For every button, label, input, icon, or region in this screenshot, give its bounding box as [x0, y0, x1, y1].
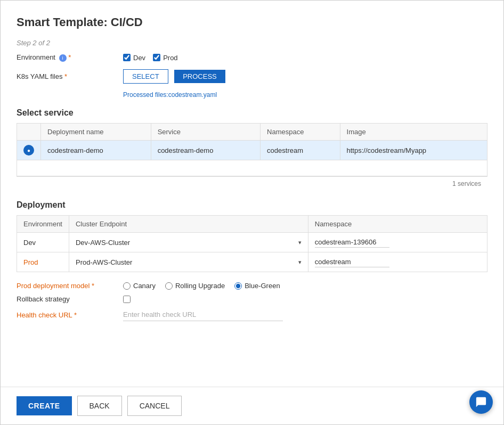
empty-row	[17, 160, 487, 176]
rollback-row: Rollback strategy	[17, 295, 487, 303]
select-service-title: Select service	[17, 108, 487, 118]
prod-deployment-model-row: Prod deployment model * Canary Rolling U…	[17, 282, 487, 290]
dep-col-ns-header: Namespace	[308, 216, 487, 233]
environment-checkboxes: Dev Prod	[123, 54, 178, 62]
health-check-row: Health check URL *	[17, 308, 487, 321]
row-radio: ●	[17, 141, 41, 160]
deployment-title: Deployment	[17, 200, 487, 210]
env-dev-checkbox[interactable]: Dev	[123, 54, 145, 62]
radio-bluegreen[interactable]: Blue-Green	[234, 282, 280, 290]
health-check-label: Health check URL *	[17, 311, 123, 319]
chevron-down-icon: ▾	[298, 239, 302, 246]
rollback-label: Rollback strategy	[17, 295, 123, 303]
modal-body: Smart Template: CI/CD Step 2 of 2 Enviro…	[1, 1, 503, 387]
k8s-buttons: SELECT PROCESS	[123, 69, 225, 84]
dep-ns-dev-input[interactable]	[315, 237, 389, 248]
col-image-header: Image	[340, 124, 487, 141]
rollback-checkbox[interactable]	[123, 296, 131, 303]
step-label: Step 2 of 2	[17, 39, 487, 47]
dep-col-cluster-header: Cluster Endpoint	[69, 216, 308, 233]
k8s-yaml-row: K8s YAML files * SELECT PROCESS	[17, 69, 487, 84]
modal-footer: CREATE BACK CANCEL	[1, 387, 503, 424]
chat-icon	[475, 396, 487, 408]
create-button[interactable]: CREATE	[17, 396, 72, 415]
dep-env-dev: Dev	[17, 233, 69, 252]
col-radio-header	[17, 124, 41, 141]
processed-files-text: Processed files:codestream.yaml	[123, 91, 487, 99]
col-deployment-header: Deployment name	[41, 124, 151, 141]
modal-container: Smart Template: CI/CD Step 2 of 2 Enviro…	[0, 0, 504, 425]
environment-label: Environment i *	[17, 53, 123, 62]
service-table: Deployment name Service Namespace Image	[17, 123, 487, 176]
health-check-input[interactable]	[123, 308, 283, 321]
row-deployment-name: codestream-demo	[41, 141, 151, 160]
dep-cluster-prod-value: Prod-AWS-Cluster	[76, 258, 132, 266]
prod-deployment-radio-group: Canary Rolling Upgrade Blue-Green	[123, 282, 280, 290]
dep-cluster-dev-value: Dev-AWS-Cluster	[76, 239, 130, 247]
cancel-button[interactable]: CANCEL	[127, 396, 182, 416]
dep-env-prod: Prod	[17, 252, 69, 272]
table-row[interactable]: ● codestream-demo codestream-demo codest…	[17, 141, 487, 160]
dep-ns-prod-input[interactable]	[315, 257, 389, 267]
dep-row-dev: Dev Dev-AWS-Cluster ▾	[17, 233, 487, 252]
back-button[interactable]: BACK	[77, 396, 122, 416]
row-image: https://codestream/Myapp	[340, 141, 487, 160]
environment-row: Environment i * Dev Prod	[17, 53, 487, 62]
page-title: Smart Template: CI/CD	[17, 15, 487, 29]
radio-rolling[interactable]: Rolling Upgrade	[165, 282, 225, 290]
dep-cluster-dev: Dev-AWS-Cluster ▾	[69, 233, 308, 252]
dep-cluster-prod: Prod-AWS-Cluster ▾	[69, 252, 308, 272]
chat-fab-button[interactable]	[469, 390, 493, 414]
k8s-label: K8s YAML files *	[17, 72, 123, 80]
col-service-header: Service	[151, 124, 260, 141]
dep-ns-dev	[308, 233, 487, 252]
process-button[interactable]: PROCESS	[174, 70, 225, 83]
deployment-table: Environment Cluster Endpoint Namespace D…	[17, 215, 487, 272]
prod-deployment-model-label: Prod deployment model *	[17, 282, 123, 290]
select-button[interactable]: SELECT	[123, 69, 168, 84]
info-icon[interactable]: i	[59, 54, 67, 62]
dep-row-prod: Prod Prod-AWS-Cluster ▾	[17, 252, 487, 272]
dep-ns-prod	[308, 252, 487, 272]
col-namespace-header: Namespace	[261, 124, 340, 141]
row-namespace: codestream	[261, 141, 340, 160]
radio-canary[interactable]: Canary	[123, 282, 156, 290]
env-prod-checkbox[interactable]: Prod	[153, 54, 177, 62]
selected-radio-icon: ●	[23, 145, 34, 156]
services-count: 1 services	[17, 176, 487, 191]
chevron-down-icon: ▾	[298, 259, 302, 266]
row-service: codestream-demo	[151, 141, 260, 160]
dep-col-env-header: Environment	[17, 216, 69, 233]
